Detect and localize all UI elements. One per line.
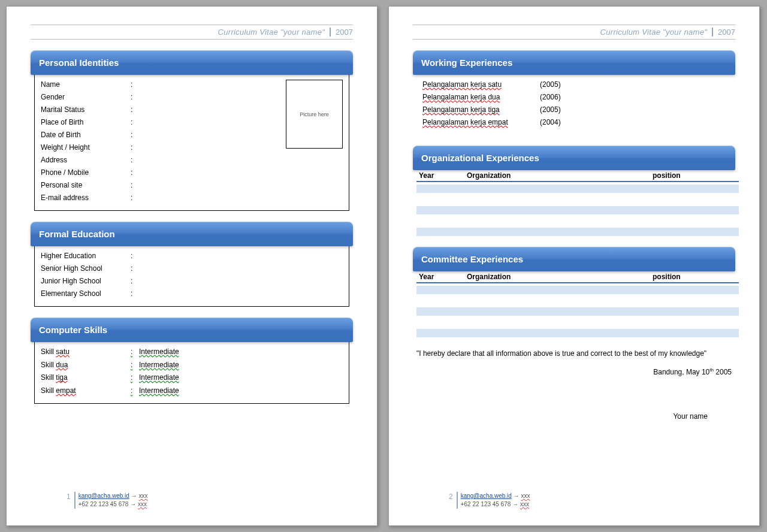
- colon: :: [131, 262, 139, 275]
- skill-label: Skill empat: [41, 385, 131, 398]
- colon: :: [131, 275, 139, 288]
- colon: :: [131, 192, 139, 204]
- field-label: Senior High School: [41, 262, 131, 275]
- field-label: Personal site: [41, 179, 131, 192]
- table-row: [416, 185, 739, 193]
- table-header-row: Year Organization position: [416, 170, 739, 182]
- work-row: Pelangalaman kerja satu(2005): [422, 78, 726, 91]
- table-row: [416, 297, 739, 305]
- page-header: Curriculum Vitae "your name" 2007: [413, 25, 735, 40]
- field-label: Marital Status: [41, 104, 131, 116]
- col-year: Year: [419, 273, 467, 281]
- col-organization: Organization: [467, 273, 653, 281]
- page-header: Curriculum Vitae "your name" 2007: [31, 25, 353, 40]
- colon: :: [131, 116, 139, 129]
- skill-row: Skill tiga: Intermediate: [41, 371, 343, 385]
- table-row: [416, 217, 739, 225]
- document-page-2: Curriculum Vitae "your name" 2007 Workin…: [388, 6, 760, 526]
- colon: :: [131, 250, 139, 262]
- section-computer-skills-body: Skill satu: IntermediateSkill dua: Inter…: [34, 342, 349, 404]
- section-formal-education-body: Higher Education:Senior High School:Juni…: [34, 246, 349, 307]
- colon: :: [131, 371, 139, 385]
- field-label: Date of Birth: [41, 129, 131, 141]
- table-row: [416, 329, 739, 337]
- colon: :: [131, 179, 139, 192]
- picture-label: Picture here: [300, 111, 329, 117]
- section-working-experiences-header: Working Experiences: [413, 50, 735, 75]
- col-position: position: [653, 171, 736, 180]
- work-label: Pelangalaman kerja satu: [422, 78, 530, 91]
- skill-value: Intermediate: [139, 346, 179, 359]
- arrow-icon: →: [130, 501, 136, 507]
- work-row: Pelangalaman kerja tiga(2005): [422, 104, 726, 116]
- section-personal-identities-body: Picture here Name:Gender:Marital Status:…: [34, 75, 349, 211]
- colon: :: [131, 167, 139, 179]
- field-label: Gender: [41, 91, 131, 104]
- document-page-1: Curriculum Vitae "your name" 2007 Person…: [6, 6, 378, 526]
- work-year: (2004): [540, 116, 561, 129]
- work-year: (2005): [540, 104, 561, 116]
- work-label: Pelangalaman kerja dua: [422, 91, 530, 104]
- skill-row: Skill dua: Intermediate: [41, 359, 343, 372]
- colon: :: [131, 104, 139, 116]
- picture-placeholder: Picture here: [286, 80, 343, 149]
- header-title: Curriculum Vitae "your name": [218, 28, 325, 37]
- footer-phone: +62 22 123 45 678: [78, 501, 129, 507]
- work-year: (2006): [540, 91, 561, 104]
- col-position: position: [653, 273, 736, 281]
- footer-email-link[interactable]: kang@acha.web.id: [461, 492, 512, 499]
- footer-email-link[interactable]: kang@acha.web.id: [78, 492, 129, 499]
- field-label: Phone / Mobile: [41, 167, 131, 179]
- footer-spellerr-1: xxx: [521, 492, 530, 499]
- work-row: Pelangalaman kerja empat(2004): [422, 116, 726, 129]
- colon: :: [131, 385, 139, 398]
- sign-date-pre: Bandung, May 10: [653, 368, 709, 376]
- field-row: Higher Education:: [41, 250, 343, 262]
- skill-label: Skill dua: [41, 359, 131, 372]
- col-year: Year: [419, 171, 467, 180]
- field-label: Name: [41, 78, 131, 91]
- colon: :: [131, 154, 139, 167]
- organizational-table: Year Organization position: [416, 170, 739, 236]
- work-label: Pelangalaman kerja empat: [422, 116, 530, 129]
- header-year: 2007: [712, 28, 735, 37]
- colon: :: [131, 129, 139, 141]
- skill-value: Intermediate: [139, 385, 179, 398]
- section-organizational-experiences-header: Organizational Experiences: [413, 146, 735, 170]
- header-year: 2007: [330, 28, 353, 37]
- section-personal-identities-header: Personal Identities: [31, 50, 353, 75]
- work-row: Pelangalaman kerja dua(2006): [422, 91, 726, 104]
- field-label: Elementary School: [41, 288, 131, 300]
- colon: :: [131, 346, 139, 359]
- field-row: Phone / Mobile:: [41, 167, 343, 179]
- field-label: Address: [41, 154, 131, 167]
- arrow-icon: →: [131, 492, 137, 499]
- arrow-icon: →: [514, 492, 520, 499]
- page-footer-2: 2 kang@acha.web.id → xxx +62 22 123 45 6…: [449, 492, 530, 509]
- arrow-icon: →: [512, 501, 518, 507]
- colon: :: [131, 288, 139, 300]
- field-label: Place of Birth: [41, 116, 131, 129]
- section-computer-skills-header: Computer Skills: [31, 318, 353, 342]
- field-row: Senior High School:: [41, 262, 343, 275]
- table-row: [416, 286, 739, 294]
- field-label: E-mail address: [41, 192, 131, 204]
- committee-table: Year Organization position: [416, 271, 739, 337]
- skill-value: Intermediate: [139, 371, 179, 385]
- col-organization: Organization: [467, 171, 653, 180]
- section-formal-education-header: Formal Education: [31, 222, 353, 246]
- field-row: Address:: [41, 154, 343, 167]
- colon: :: [131, 78, 139, 91]
- skill-value: Intermediate: [139, 359, 179, 372]
- sign-date-sup: th: [709, 367, 714, 373]
- field-row: Personal site:: [41, 179, 343, 192]
- skill-label: Skill tiga: [41, 371, 131, 385]
- section-working-experiences-body: Pelangalaman kerja satu(2005)Pelangalama…: [416, 75, 732, 135]
- page-number: 2: [449, 492, 453, 501]
- field-row: Elementary School:: [41, 288, 343, 300]
- table-row: [416, 206, 739, 214]
- footer-phone: +62 22 123 45 678: [461, 501, 511, 507]
- skill-row: Skill empat: Intermediate: [41, 385, 343, 398]
- page-footer-1: 1 kang@acha.web.id → xxx +62 22 123 45 6…: [67, 492, 147, 509]
- field-label: Weight / Height: [41, 141, 131, 154]
